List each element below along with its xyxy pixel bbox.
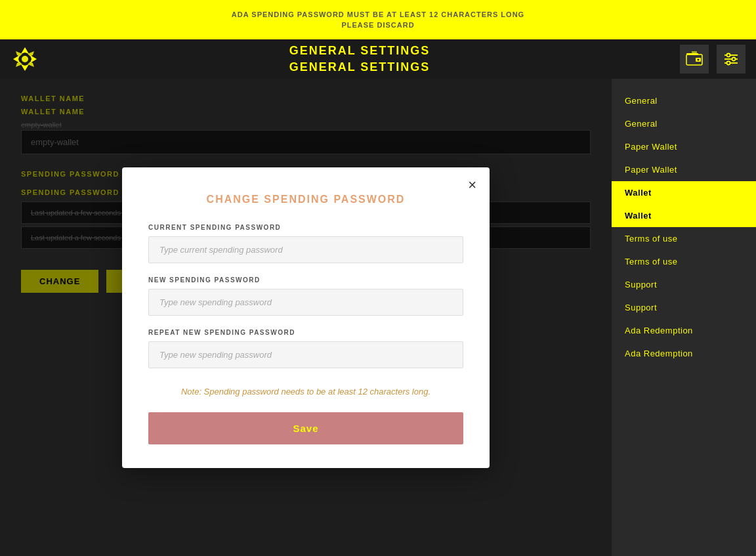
- sidebar-item-paper-wallet-2[interactable]: Paper Wallet: [612, 158, 756, 181]
- top-banner-line2: PLEASE DISCARD: [341, 20, 414, 31]
- sliders-icon: [722, 50, 740, 68]
- sidebar-item-ada-redemption-1[interactable]: Ada Redemption: [612, 319, 756, 342]
- top-banner: ADA SPENDING PASSWORD MUST BE AT LEAST 1…: [0, 0, 756, 39]
- settings-icon-button[interactable]: [717, 45, 746, 74]
- modal-close-button[interactable]: ×: [468, 178, 476, 192]
- svg-marker-5: [28, 51, 34, 56]
- new-password-input[interactable]: [148, 289, 463, 316]
- svg-marker-3: [30, 55, 37, 63]
- svg-marker-6: [16, 62, 22, 67]
- svg-rect-12: [692, 51, 697, 53]
- sidebar-item-ada-redemption-2[interactable]: Ada Redemption: [612, 342, 756, 365]
- sidebar-item-support-2[interactable]: Support: [612, 296, 756, 319]
- change-password-modal: × CHANGE SPENDING PASSWORD CURRENT SPEND…: [122, 167, 490, 468]
- wallet-icon-button[interactable]: [680, 45, 709, 74]
- modal-title: CHANGE SPENDING PASSWORD: [148, 194, 463, 205]
- sidebar-item-wallet-2[interactable]: Wallet: [612, 204, 756, 227]
- cardano-logo-icon: [10, 45, 39, 74]
- repeat-password-input[interactable]: [148, 341, 463, 368]
- header-title-line1: GENERAL SETTINGS: [39, 43, 680, 59]
- svg-marker-0: [21, 47, 29, 54]
- main-layout: WALLET NAME WALLET NAME empty-wallet SPE…: [0, 79, 756, 556]
- sidebar-item-support-1[interactable]: Support: [612, 273, 756, 296]
- current-password-label: CURRENT SPENDING PASSWORD: [148, 224, 463, 231]
- header-title: GENERAL SETTINGS GENERAL SETTINGS: [39, 43, 680, 75]
- sidebar-item-terms-2[interactable]: Terms of use: [612, 250, 756, 273]
- sidebar-item-paper-wallet-1[interactable]: Paper Wallet: [612, 135, 756, 158]
- svg-marker-4: [16, 51, 22, 56]
- modal-note: Note: Spending password needs to be at l…: [148, 387, 463, 396]
- top-banner-line1: ADA SPENDING PASSWORD MUST BE AT LEAST 1…: [232, 9, 524, 20]
- new-password-label: NEW SPENDING PASSWORD: [148, 276, 463, 284]
- svg-point-17: [727, 54, 730, 57]
- header-icons: [680, 45, 746, 74]
- repeat-password-label: REPEAT NEW SPENDING PASSWORD: [148, 329, 463, 336]
- svg-point-8: [22, 56, 28, 62]
- svg-marker-7: [28, 62, 34, 67]
- wallet-icon: [685, 50, 704, 68]
- current-password-input[interactable]: [148, 236, 463, 263]
- sidebar-item-wallet-1[interactable]: Wallet: [612, 181, 756, 204]
- svg-rect-11: [686, 53, 698, 55]
- modal-overlay: × CHANGE SPENDING PASSWORD CURRENT SPEND…: [0, 79, 612, 556]
- header-logo: [10, 45, 39, 74]
- modal-save-button[interactable]: Save: [148, 412, 463, 444]
- sidebar-item-general-1[interactable]: General: [612, 89, 756, 112]
- svg-point-13: [698, 59, 700, 61]
- sidebar-item-general-2[interactable]: General: [612, 112, 756, 135]
- svg-marker-2: [13, 55, 20, 63]
- content-area: WALLET NAME WALLET NAME empty-wallet SPE…: [0, 79, 612, 556]
- header-title-line2: GENERAL SETTINGS: [39, 59, 680, 75]
- svg-marker-1: [21, 64, 29, 71]
- svg-point-19: [727, 62, 730, 65]
- header-bar: GENERAL SETTINGS GENERAL SETTINGS: [0, 39, 756, 79]
- sidebar: General General Paper Wallet Paper Walle…: [612, 79, 756, 556]
- svg-point-18: [732, 58, 736, 61]
- sidebar-item-terms-1[interactable]: Terms of use: [612, 227, 756, 250]
